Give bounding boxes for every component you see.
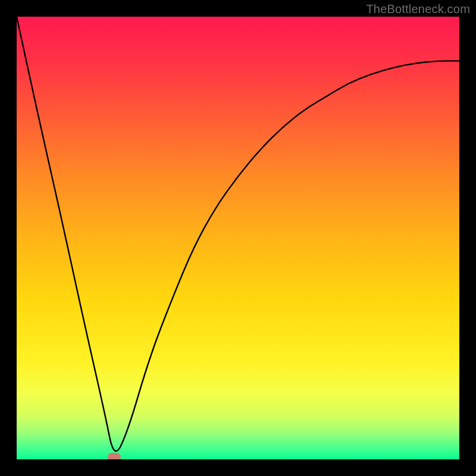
chart-svg — [17, 17, 459, 459]
watermark-text: TheBottleneck.com — [366, 2, 470, 16]
optimal-marker — [108, 453, 121, 459]
plot-area — [17, 17, 459, 459]
chart-frame: TheBottleneck.com — [0, 0, 476, 476]
gradient-background — [17, 17, 459, 459]
